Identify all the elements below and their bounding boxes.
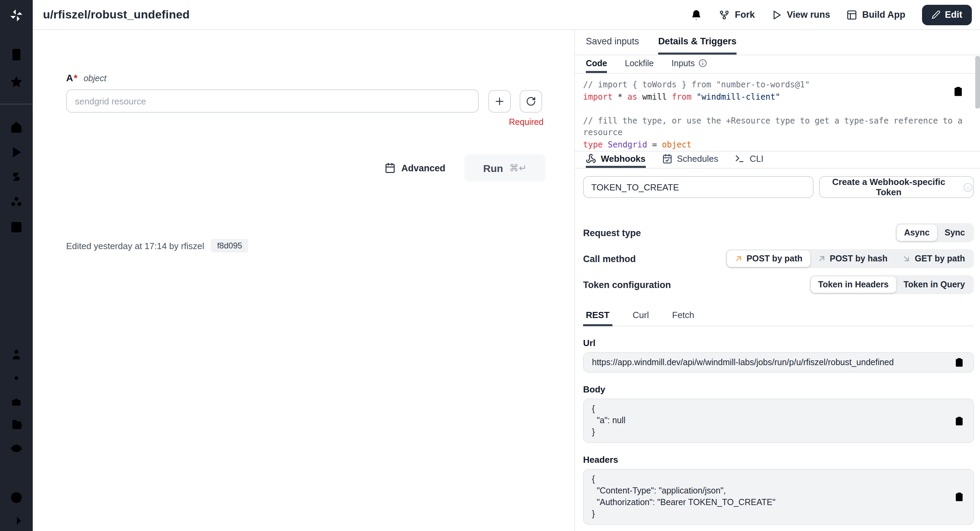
call-method-get-by-path[interactable]: GET by path bbox=[895, 250, 972, 267]
tab-cli[interactable]: CLI bbox=[735, 151, 763, 168]
edited-meta: Edited yesterday at 17:14 by rfiszel f8d… bbox=[66, 239, 248, 252]
run-row: Advanced Run ⌘↵ bbox=[66, 154, 546, 182]
advanced-button[interactable]: Advanced bbox=[385, 163, 445, 173]
refresh-button[interactable] bbox=[520, 90, 542, 112]
windmill-logo-icon[interactable] bbox=[9, 8, 24, 22]
tab-schedules[interactable]: Schedules bbox=[662, 151, 718, 168]
users-person-icon[interactable] bbox=[10, 348, 23, 361]
request-type-row: Request type Async Sync bbox=[583, 223, 974, 243]
tab-details-triggers[interactable]: Details & Triggers bbox=[658, 30, 737, 54]
settings-gear-icon[interactable] bbox=[10, 371, 23, 385]
request-type-async[interactable]: Async bbox=[896, 225, 937, 241]
url-value: https://app.windmill.dev/api/w/windmill-… bbox=[592, 358, 894, 367]
sidebar-divider bbox=[0, 104, 33, 104]
view-runs-button[interactable]: View runs bbox=[771, 9, 830, 20]
collapse-arrow-right-icon[interactable] bbox=[10, 514, 23, 528]
field-input-row bbox=[66, 89, 576, 113]
request-type-sync[interactable]: Sync bbox=[937, 225, 972, 241]
view-runs-label: View runs bbox=[787, 10, 830, 20]
workspace-building-icon[interactable] bbox=[10, 48, 23, 61]
sidebar bbox=[0, 0, 33, 531]
terminal-icon bbox=[735, 153, 745, 164]
token-row: Create a Webhook-specific Token bbox=[583, 176, 974, 198]
resources-boxes-icon[interactable] bbox=[10, 195, 23, 209]
token-in-query[interactable]: Token in Query bbox=[896, 276, 972, 293]
tab-rest[interactable]: REST bbox=[583, 308, 612, 326]
call-method-toggle: POST by path POST by hash GET by path bbox=[725, 249, 974, 268]
headers-label: Headers bbox=[583, 454, 974, 465]
panel-scrollbar[interactable] bbox=[975, 56, 980, 108]
tab-code[interactable]: Code bbox=[586, 55, 607, 73]
panel-tabs: Saved inputs Details & Triggers bbox=[575, 30, 980, 55]
help-question-icon[interactable] bbox=[10, 491, 23, 504]
copy-url-clipboard-icon[interactable] bbox=[954, 357, 964, 368]
notifications-bell-icon[interactable] bbox=[690, 8, 703, 21]
copy-body-clipboard-icon[interactable] bbox=[954, 416, 964, 426]
call-method-post-by-path[interactable]: POST by path bbox=[727, 250, 810, 267]
arrow-down-right-icon bbox=[903, 255, 911, 263]
token-config-row: Token configuration Token in Headers Tok… bbox=[583, 274, 974, 295]
variables-dollar-icon[interactable] bbox=[10, 170, 23, 183]
home-icon[interactable] bbox=[10, 120, 23, 134]
edited-text: Edited yesterday at 17:14 by rfiszel bbox=[66, 241, 204, 251]
headers-value: { "Content-Type": "application/json", "A… bbox=[592, 474, 946, 520]
arrow-up-right-icon bbox=[817, 255, 826, 263]
tab-lockfile[interactable]: Lockfile bbox=[625, 55, 654, 73]
version-hash-badge[interactable]: f8d095 bbox=[211, 239, 248, 252]
call-method-label: Call method bbox=[583, 254, 636, 264]
resource-input[interactable] bbox=[66, 89, 479, 113]
tab-cli-label: CLI bbox=[749, 153, 763, 164]
token-input[interactable] bbox=[583, 176, 814, 198]
create-webhook-token-button[interactable]: Create a Webhook-specific Token bbox=[819, 176, 974, 198]
favorites-star-icon[interactable] bbox=[10, 75, 23, 89]
trigger-tabs: Webhooks Schedules CLI bbox=[575, 151, 980, 169]
folders-icon[interactable] bbox=[10, 418, 23, 431]
code-viewer: // import { toWords } from "number-to-wo… bbox=[575, 74, 980, 151]
run-label: Run bbox=[483, 162, 503, 174]
refresh-icon bbox=[526, 96, 536, 106]
workers-robot-icon[interactable] bbox=[10, 394, 23, 408]
build-app-label: Build App bbox=[862, 10, 906, 20]
runs-play-icon[interactable] bbox=[10, 145, 23, 159]
token-config-label: Token configuration bbox=[583, 279, 671, 290]
audit-eye-icon[interactable] bbox=[10, 442, 23, 455]
kebab-menu-icon[interactable] bbox=[662, 8, 674, 21]
arrow-up-right-icon bbox=[734, 255, 742, 263]
fork-label: Fork bbox=[735, 10, 755, 20]
call-method-post-by-hash[interactable]: POST by hash bbox=[810, 250, 895, 267]
edit-label: Edit bbox=[945, 10, 962, 20]
webhook-icon bbox=[586, 153, 596, 164]
run-form-section: A * object Required bbox=[33, 30, 574, 531]
edit-button[interactable]: Edit bbox=[922, 5, 972, 25]
git-fork-icon bbox=[719, 9, 730, 20]
copy-code-clipboard-icon[interactable] bbox=[953, 86, 964, 97]
token-in-headers[interactable]: Token in Headers bbox=[811, 276, 896, 293]
tab-schedules-label: Schedules bbox=[677, 153, 718, 164]
request-type-label: Request type bbox=[583, 228, 641, 238]
tab-curl[interactable]: Curl bbox=[630, 308, 652, 326]
schedules-calendar-icon[interactable] bbox=[10, 220, 23, 233]
fork-button[interactable]: Fork bbox=[719, 9, 755, 20]
body-label: Body bbox=[583, 384, 974, 394]
details-panel: Saved inputs Details & Triggers Code Loc… bbox=[574, 30, 980, 531]
body-box: { "a": null } bbox=[583, 399, 974, 443]
build-app-button[interactable]: Build App bbox=[847, 9, 906, 20]
plus-icon bbox=[495, 96, 505, 106]
field-type: object bbox=[84, 74, 107, 83]
tab-inputs[interactable]: Inputs bbox=[671, 55, 707, 73]
add-resource-button[interactable] bbox=[488, 90, 511, 112]
tab-webhooks[interactable]: Webhooks bbox=[586, 151, 646, 168]
call-method-post-by-hash-label: POST by hash bbox=[830, 254, 888, 263]
run-button[interactable]: Run ⌘↵ bbox=[465, 154, 546, 182]
layout-icon bbox=[847, 9, 858, 20]
required-note: Required bbox=[66, 117, 544, 127]
argument-form: A * object Required bbox=[66, 72, 576, 182]
create-webhook-token-label: Create a Webhook-specific Token bbox=[820, 177, 958, 197]
tab-fetch[interactable]: Fetch bbox=[669, 308, 697, 326]
code-content: // import { toWords } from "number-to-wo… bbox=[583, 79, 978, 151]
tab-saved-inputs[interactable]: Saved inputs bbox=[586, 30, 639, 54]
info-icon bbox=[698, 59, 707, 68]
copy-headers-clipboard-icon[interactable] bbox=[954, 492, 964, 502]
required-asterisk: * bbox=[74, 72, 77, 83]
calendar-check-icon bbox=[662, 153, 672, 164]
